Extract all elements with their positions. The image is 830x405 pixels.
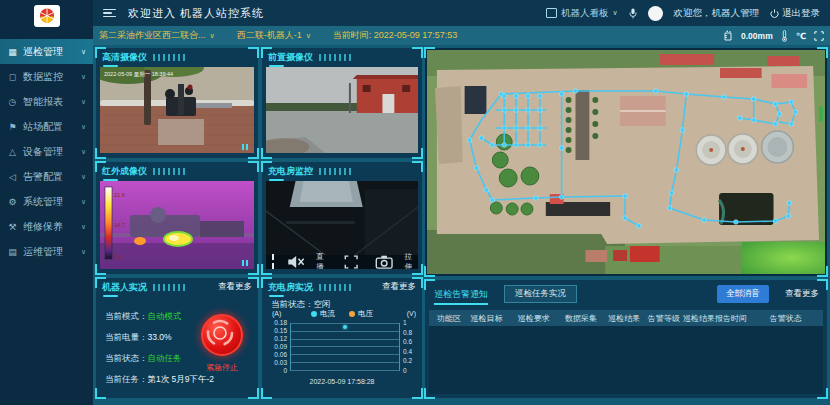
tab-task-live[interactable]: 巡检任务实况 (504, 285, 577, 303)
sidebar-item[interactable]: ▦ 巡检管理 ∨ (0, 39, 93, 64)
aerial-map-image (427, 50, 825, 274)
panel-title: 充电房实况 (268, 281, 313, 294)
title-deco-bars (319, 168, 353, 175)
sidebar-item-icon: ⚑ (7, 122, 18, 132)
ir-scale-min: 7.6 (114, 254, 122, 260)
sidebar-item[interactable]: ⚙ 系统管理 ∨ (0, 189, 93, 214)
chevron-down-icon: ∨ (81, 223, 86, 231)
robot-live-panel: 机器人实况 查看更多 当前模式：自动模式 当前电量：33.0% 当前状态：自动任… (96, 278, 258, 398)
area-select[interactable]: 第二采油作业区西二联合... ∨ (99, 29, 215, 42)
sidebar-item-label: 智能报表 (23, 95, 63, 109)
ir-camera-panel: 红外成像仪 21.6 (96, 162, 258, 274)
muted-speaker-icon[interactable] (283, 255, 309, 269)
robot-battery-value: 33.0% (148, 332, 172, 344)
robot-status-value: 自动任务 (148, 353, 182, 365)
view-more-link[interactable]: 查看更多 (382, 281, 416, 293)
logout-label: 退出登录 (782, 7, 820, 20)
emergency-stop-button[interactable]: 紧急停止 (196, 314, 248, 373)
robot-select[interactable]: 西二联-机器人-1 ∨ (237, 29, 311, 42)
chevron-down-icon: ∨ (81, 123, 86, 131)
chevron-down-icon: ∨ (81, 148, 86, 156)
map-zoom-slider[interactable] (819, 106, 823, 122)
charge-room-video[interactable]: 直播 拉伸 (266, 181, 418, 269)
panel-title: 充电房监控 (268, 165, 313, 178)
live-label: 直播 (316, 252, 324, 269)
snapshot-camera-icon[interactable] (371, 255, 397, 269)
sidebar-item[interactable]: ⚑ 站场配置 ∨ (0, 114, 93, 139)
current-series-dot (311, 311, 317, 317)
sidebar-item-icon: ⚒ (7, 222, 18, 232)
view-more-link[interactable]: 查看更多 (218, 281, 252, 293)
area-select-value: 第二采油作业区西二联合... (99, 29, 206, 42)
sidebar-item[interactable]: ▤ 运维管理 ∨ (0, 239, 93, 264)
tab-alarm-notice[interactable]: 巡检告警通知 (434, 288, 488, 301)
thermometer-icon (781, 30, 788, 42)
title-deco-bars (319, 284, 353, 291)
ir-camera-video[interactable]: 21.6 14.7 7.6 (100, 181, 254, 269)
sidebar-item-label: 系统管理 (23, 195, 63, 209)
sidebar-item[interactable]: ⚒ 维修保养 ∨ (0, 214, 93, 239)
current-time: 当前时间: 2022-05-09 17:57:53 (333, 29, 458, 42)
sidebar-item-icon: ▤ (7, 247, 18, 257)
stretch-label: 拉伸 (404, 252, 412, 269)
sidebar-item-label: 数据监控 (23, 70, 63, 84)
table-column-header: 告警等级 (646, 313, 681, 324)
fullscreen-icon[interactable] (338, 255, 364, 269)
panel-title: 前置摄像仪 (268, 51, 313, 64)
kanban-dropdown[interactable]: 机器人看板 ∨ (546, 7, 618, 20)
chevron-down-icon: ∨ (210, 32, 215, 40)
alarm-table-body (429, 326, 823, 394)
sub-header: 第二采油作业区西二联合... ∨ 西二联-机器人-1 ∨ 当前时间: 2022-… (93, 26, 830, 45)
robot-task-value: 第1次 5月9下午-2 (148, 374, 215, 386)
x-axis-label: 2022-05-09 17:58:28 (266, 378, 418, 385)
panel-title: 红外成像仪 (102, 165, 147, 178)
sidebar-item[interactable]: ◻ 数据监控 ∨ (0, 64, 93, 89)
fullscreen-icon[interactable] (814, 31, 824, 41)
video-control-bar: 直播 拉伸 (266, 255, 418, 269)
table-column-header: 数据采集 (563, 313, 606, 324)
sidebar-item-icon: ◷ (7, 97, 18, 107)
chevron-down-icon: ∨ (81, 73, 86, 81)
title-deco-bars (153, 284, 187, 291)
user-avatar[interactable] (648, 6, 663, 21)
ir-thermal-frame: 21.6 14.7 7.6 (100, 181, 254, 269)
petrochina-logo-icon (37, 7, 57, 25)
ir-scale-mid: 14.7 (114, 222, 125, 228)
sidebar-item-label: 站场配置 (23, 120, 63, 134)
top-header: 欢迎进入 机器人站控系统 机器人看板 ∨ 欢迎您，机器人管理 退出登录 (93, 0, 830, 26)
charge-chart: (A) (V) 电流 电压 0.180.150.120.090.060.030 … (266, 310, 418, 394)
front-camera-video[interactable] (266, 67, 418, 153)
welcome-text: 欢迎您，机器人管理 (674, 7, 760, 20)
page-title: 欢迎进入 机器人站控系统 (128, 6, 264, 21)
logout-button[interactable]: 退出登录 (770, 7, 820, 20)
hd-camera-panel: 高清摄像仪 2022-05-09 星期一 18:39:44 (96, 48, 258, 158)
camera-timestamp-overlay: 2022-05-09 星期一 18:39:44 (104, 71, 173, 77)
sidebar-item-icon: ◁ (7, 172, 18, 182)
view-more-link[interactable]: 查看更多 (785, 288, 819, 300)
pause-button[interactable] (272, 253, 276, 269)
sidebar-item-icon: △ (7, 147, 18, 157)
estop-label: 紧急停止 (196, 362, 248, 373)
title-deco-bars (319, 54, 353, 61)
aerial-map[interactable] (427, 50, 825, 274)
sidebar-item[interactable]: △ 设备管理 ∨ (0, 139, 93, 164)
rain-gauge-icon (723, 30, 733, 41)
ir-color-scale (105, 187, 112, 259)
panel-title: 高清摄像仪 (102, 51, 147, 64)
mute-all-button[interactable]: 全部消音 (717, 285, 769, 303)
hamburger-menu-icon[interactable] (103, 9, 116, 18)
hd-camera-video[interactable]: 2022-05-09 星期一 18:39:44 (100, 67, 254, 153)
ir-scale-max: 21.6 (114, 192, 125, 198)
sidebar-item-label: 运维管理 (23, 245, 63, 259)
chevron-down-icon: ∨ (81, 198, 86, 206)
chevron-down-icon: ∨ (612, 9, 617, 17)
board-icon (546, 8, 557, 18)
sidebar-item-icon: ◻ (7, 72, 18, 82)
sidebar-item[interactable]: ◁ 告警配置 ∨ (0, 164, 93, 189)
table-column-header: 巡检目标 (468, 313, 515, 324)
sidebar-item-label: 巡检管理 (23, 45, 63, 59)
microphone-icon[interactable] (629, 8, 637, 19)
chevron-down-icon: ∨ (306, 32, 311, 40)
voltage-series-dot (349, 311, 355, 317)
sidebar-item[interactable]: ◷ 智能报表 ∨ (0, 89, 93, 114)
